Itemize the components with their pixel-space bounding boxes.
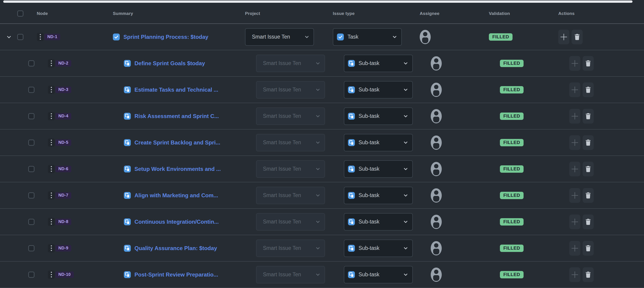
chevron-down-icon — [305, 35, 309, 38]
issue-type-select[interactable]: Sub-task — [344, 134, 413, 151]
add-child-button[interactable] — [569, 188, 580, 203]
issue-type-select[interactable]: Sub-task — [344, 81, 413, 98]
add-child-button[interactable] — [569, 135, 580, 150]
add-child-button[interactable] — [569, 82, 580, 97]
add-child-button[interactable] — [569, 241, 580, 256]
subtask-icon — [348, 139, 355, 146]
delete-row-button[interactable] — [583, 267, 594, 282]
row-checkbox[interactable] — [28, 87, 34, 93]
delete-row-button[interactable] — [583, 215, 594, 229]
row-checkbox[interactable] — [28, 60, 34, 66]
select-all-checkbox[interactable] — [17, 10, 24, 17]
issue-type-select-value: Sub-task — [358, 166, 400, 172]
summary-link[interactable]: Continuous Integration/Contin... — [134, 219, 219, 225]
add-child-button[interactable] — [569, 215, 580, 229]
drag-handle-icon[interactable] — [48, 112, 55, 120]
project-select[interactable]: Smart Issue Ten — [256, 55, 325, 72]
node-key-badge: ND-9 — [56, 245, 71, 252]
delete-row-button[interactable] — [572, 30, 583, 44]
user-avatar-icon[interactable] — [431, 56, 442, 70]
add-child-button[interactable] — [569, 267, 580, 282]
chevron-down-icon — [316, 194, 320, 197]
issue-type-select[interactable]: Task — [333, 28, 402, 46]
node-key-badge: ND-8 — [56, 219, 71, 225]
summary-link[interactable]: Post-Sprint Review Preparatio... — [134, 272, 218, 278]
issue-type-select[interactable]: Sub-task — [344, 240, 413, 257]
user-avatar-icon[interactable] — [431, 215, 442, 229]
table-row: ND-6 Setup Work Environmen — [0, 156, 644, 182]
delete-row-button[interactable] — [583, 109, 594, 124]
summary-link[interactable]: Setup Work Environments and ... — [134, 166, 221, 172]
delete-row-button[interactable] — [583, 241, 594, 256]
chevron-down-icon[interactable] — [6, 34, 12, 40]
issue-type-select[interactable]: Sub-task — [344, 213, 413, 231]
issue-type-select[interactable]: Sub-task — [344, 187, 413, 204]
user-avatar-icon[interactable] — [431, 135, 442, 150]
row-checkbox[interactable] — [28, 219, 34, 225]
drag-handle-icon[interactable] — [48, 244, 55, 252]
project-select[interactable]: Smart Issue Ten — [256, 213, 325, 231]
project-select[interactable]: Smart Issue Ten — [256, 81, 325, 98]
row-checkbox[interactable] — [28, 113, 34, 119]
drag-handle-icon[interactable] — [48, 218, 55, 226]
user-avatar-icon[interactable] — [431, 268, 442, 282]
drag-handle-icon[interactable] — [37, 33, 44, 41]
project-select[interactable]: Smart Issue Ten — [256, 160, 325, 178]
issue-type-select[interactable]: Sub-task — [344, 55, 413, 72]
project-select[interactable]: Smart Issue Ten — [245, 28, 314, 46]
user-avatar-icon[interactable] — [431, 109, 442, 123]
delete-row-button[interactable] — [583, 188, 594, 203]
user-avatar-icon[interactable] — [431, 241, 442, 255]
summary-link[interactable]: Align with Marketing and Com... — [134, 192, 218, 199]
user-avatar-icon[interactable] — [431, 188, 442, 203]
project-select[interactable]: Smart Issue Ten — [256, 240, 325, 257]
drag-handle-icon[interactable] — [48, 59, 55, 67]
subtask-icon — [124, 245, 131, 252]
project-select[interactable]: Smart Issue Ten — [256, 134, 325, 151]
summary-link[interactable]: Estimate Tasks and Technical ... — [134, 87, 218, 93]
drag-handle-icon[interactable] — [48, 86, 55, 94]
summary-link[interactable]: Risk Assessment and Sprint C... — [134, 113, 219, 119]
trash-icon — [585, 271, 591, 278]
drag-handle-icon[interactable] — [48, 271, 55, 279]
column-header-project: Project — [245, 11, 260, 16]
summary-link[interactable]: Create Sprint Backlog and Spri... — [134, 139, 220, 146]
add-child-button[interactable] — [569, 56, 580, 71]
add-child-button[interactable] — [569, 162, 580, 176]
user-avatar-icon[interactable] — [431, 162, 442, 176]
delete-row-button[interactable] — [583, 56, 594, 71]
summary-link[interactable]: Define Sprint Goals $today — [134, 60, 205, 67]
row-checkbox[interactable] — [28, 166, 34, 172]
issue-type-select[interactable]: Sub-task — [344, 266, 413, 284]
row-checkbox[interactable] — [28, 139, 34, 146]
subtask-icon — [348, 271, 355, 278]
summary-link[interactable]: Quality Assurance Plan: $today — [134, 245, 217, 252]
drag-handle-icon[interactable] — [48, 191, 55, 200]
add-child-button[interactable] — [569, 109, 580, 124]
row-checkbox[interactable] — [28, 272, 34, 278]
row-checkbox[interactable] — [17, 34, 24, 40]
project-select-value: Smart Issue Ten — [263, 166, 312, 172]
node-key-badge: ND-7 — [56, 192, 71, 199]
add-child-button[interactable] — [558, 30, 569, 44]
project-select[interactable]: Smart Issue Ten — [256, 266, 325, 284]
validation-status-badge: FILLED — [489, 33, 512, 41]
issue-type-select[interactable]: Sub-task — [344, 160, 413, 178]
delete-row-button[interactable] — [583, 82, 594, 97]
project-select[interactable]: Smart Issue Ten — [256, 107, 325, 125]
trash-icon — [585, 60, 591, 67]
summary-link[interactable]: Sprint Planning Process: $today — [124, 34, 208, 40]
chevron-down-icon — [404, 220, 408, 224]
issue-type-select[interactable]: Sub-task — [344, 107, 413, 125]
user-avatar-icon[interactable] — [431, 83, 442, 97]
delete-row-button[interactable] — [583, 162, 594, 176]
row-checkbox[interactable] — [28, 192, 34, 198]
delete-row-button[interactable] — [583, 135, 594, 150]
project-select[interactable]: Smart Issue Ten — [256, 187, 325, 204]
drag-handle-icon[interactable] — [48, 138, 55, 147]
user-avatar-icon[interactable] — [420, 30, 431, 44]
row-checkbox[interactable] — [28, 245, 34, 251]
drag-handle-icon[interactable] — [48, 165, 55, 173]
issue-type-select-value: Sub-task — [358, 272, 400, 278]
plus-icon — [571, 218, 578, 226]
